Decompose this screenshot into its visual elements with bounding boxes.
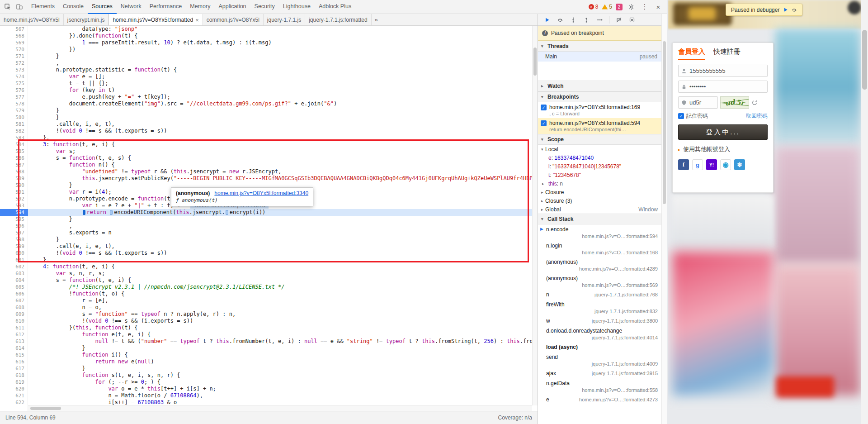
line-number[interactable]: 611 (15, 325, 24, 331)
line-number[interactable]: 594 (15, 210, 24, 215)
line-number[interactable]: 578 (15, 101, 24, 107)
step-over-icon[interactable] (557, 17, 564, 23)
line-number-gutter[interactable]: 596 (0, 223, 28, 229)
line-number-gutter[interactable]: 574 (0, 73, 28, 80)
login-button[interactable]: 登入中... (678, 124, 768, 140)
scope-variable[interactable]: ▸this: n (538, 179, 661, 188)
line-number-gutter[interactable]: 578 (0, 100, 28, 107)
kebab-menu-icon[interactable]: ⋮ (640, 2, 650, 12)
code-line[interactable]: 572 , (0, 60, 538, 67)
call-stack-frame[interactable]: (anonymous)home.min.js?v=O…:formatted:42… (538, 257, 661, 273)
code-line[interactable]: 583 }, (0, 134, 538, 141)
snowflake-icon[interactable]: ❄ (734, 159, 745, 170)
code-line[interactable]: 570 }) (0, 46, 538, 53)
code-line[interactable]: 601 }, (0, 257, 538, 263)
line-number[interactable]: 574 (15, 74, 24, 80)
code-line[interactable]: 578 document.createElement("img").src = … (0, 100, 538, 107)
line-number-gutter[interactable]: 606 (0, 291, 28, 297)
code-line[interactable]: 597 s.exports = n (0, 229, 538, 236)
file-tab[interactable]: jquery-1.7.1.js (264, 14, 305, 25)
code-line[interactable]: 567 dataType: "jsonp" (0, 26, 538, 33)
line-number-gutter[interactable]: 616 (0, 358, 28, 365)
line-number[interactable]: 593 (15, 203, 24, 209)
line-number[interactable]: 587 (15, 162, 24, 168)
resume-script-icon[interactable] (543, 17, 551, 23)
scrollbar-thumb[interactable] (533, 48, 537, 76)
line-number[interactable]: 586 (15, 155, 24, 161)
line-number-gutter[interactable]: 570 (0, 46, 28, 53)
line-number-gutter[interactable]: 603 (0, 270, 28, 277)
line-number-gutter[interactable]: 582 (0, 128, 28, 134)
line-number[interactable]: 605 (15, 284, 24, 290)
line-number[interactable]: 590 (15, 182, 24, 188)
code-line[interactable]: 579 } (0, 107, 538, 114)
code-line[interactable]: 585 var s; (0, 148, 538, 155)
step-icon[interactable] (596, 17, 603, 23)
call-stack-frame[interactable]: wjquery-1.7.1.js:formatted:3800 (538, 316, 661, 326)
line-number-gutter[interactable]: 586 (0, 155, 28, 162)
line-number[interactable]: 620 (15, 386, 24, 392)
line-number[interactable]: 596 (15, 223, 24, 229)
scope-global-row[interactable]: ▸ Global Window (538, 205, 661, 214)
editor-horizontal-scrollbar[interactable] (28, 405, 532, 411)
tooltip-source-link[interactable]: home.min.js?v=O8Yx5l:formatted:3340 (214, 190, 308, 197)
line-number-gutter[interactable]: 581 (0, 121, 28, 128)
code-line[interactable]: 589 this.jsencrypt.setPublicKey("-----BE… (0, 175, 538, 182)
line-number-gutter[interactable]: 585 (0, 148, 28, 155)
line-number[interactable]: 591 (15, 189, 24, 195)
call-stack-frame[interactable]: ▶n.encodehome.min.js?v=O…:formatted:594 (538, 224, 661, 241)
code-line[interactable]: 619 for (; --r >= 0; ) { (0, 379, 538, 386)
scope-closure-row[interactable]: ▸Closure (538, 188, 661, 196)
forgot-password-link[interactable]: 取回密碼 (746, 112, 768, 120)
code-line[interactable]: 574 var e = []; (0, 73, 538, 80)
line-number[interactable]: 613 (15, 338, 24, 344)
close-devtools-icon[interactable]: × (653, 2, 663, 12)
line-number[interactable]: 576 (15, 87, 24, 93)
line-number-gutter[interactable]: 567 (0, 26, 28, 33)
line-number[interactable]: 598 (15, 237, 24, 243)
line-number[interactable]: 619 (15, 379, 24, 385)
line-number[interactable]: 589 (15, 176, 24, 181)
scope-variable[interactable]: i: "1633748471040|12345678" (538, 162, 661, 171)
devtools-tab-network[interactable]: Network (117, 0, 146, 14)
step-into-icon[interactable] (570, 17, 577, 23)
scrollbar-thumb[interactable] (30, 407, 61, 410)
settings-gear-icon[interactable] (626, 2, 636, 12)
step-out-icon[interactable] (583, 17, 590, 23)
line-number-gutter[interactable]: 601 (0, 257, 28, 263)
google-icon[interactable]: g (692, 159, 703, 170)
code-line[interactable]: 582 !(void 0 !== s && (t.exports = s)) (0, 128, 538, 134)
line-number-gutter[interactable]: 619 (0, 379, 28, 386)
file-tab[interactable]: jsencrypt.min.js (64, 14, 109, 25)
remember-checkbox[interactable]: ✓ (678, 113, 684, 119)
code-line[interactable]: 612 function e(t, e, i) { (0, 331, 538, 338)
breakpoint-checkbox[interactable]: ✓ (541, 105, 547, 110)
devtools-tab-application[interactable]: Application (214, 0, 250, 14)
password-field[interactable]: •••••••• (678, 81, 768, 93)
sidebar-scrollbar[interactable] (661, 14, 667, 424)
line-number[interactable]: 603 (15, 271, 24, 276)
code-line[interactable]: 610 !(void 0 !== s && (i.exports = s)) (0, 318, 538, 324)
editor-vertical-scrollbar[interactable] (532, 26, 538, 405)
line-number-gutter[interactable]: 595 (0, 216, 28, 223)
thread-main-row[interactable]: Main paused (538, 52, 661, 62)
line-number[interactable]: 575 (15, 81, 24, 86)
inline-breakpoint-marker[interactable] (83, 210, 85, 215)
line-number-gutter[interactable]: 592 (0, 195, 28, 202)
call-stack-frame[interactable]: ehome.min.js?v=O…:formatted:4273 (538, 395, 661, 405)
watch-header[interactable]: ▸ Watch (538, 81, 661, 91)
call-stack-frame[interactable]: n.loginhome.min.js?v=O…:formatted:168 (538, 241, 661, 257)
code-line[interactable]: 577 e.push(key + "=" + t[key]); (0, 94, 538, 100)
line-number[interactable]: 604 (15, 277, 24, 283)
code-line[interactable]: 602 4: function(t, e, i) { (0, 263, 538, 270)
line-number[interactable]: 580 (15, 114, 24, 120)
line-number[interactable]: 610 (15, 318, 24, 324)
line-number[interactable]: 616 (15, 359, 24, 365)
line-number-gutter[interactable]: 605 (0, 284, 28, 291)
captcha-field[interactable]: ud5r (678, 96, 718, 109)
line-number[interactable]: 569 (15, 40, 24, 46)
line-number-gutter[interactable]: 573 (0, 67, 28, 73)
line-number-gutter[interactable]: 571 (0, 53, 28, 60)
line-number[interactable]: 607 (15, 298, 24, 304)
tab-member-login[interactable]: 會員登入 (678, 48, 705, 56)
